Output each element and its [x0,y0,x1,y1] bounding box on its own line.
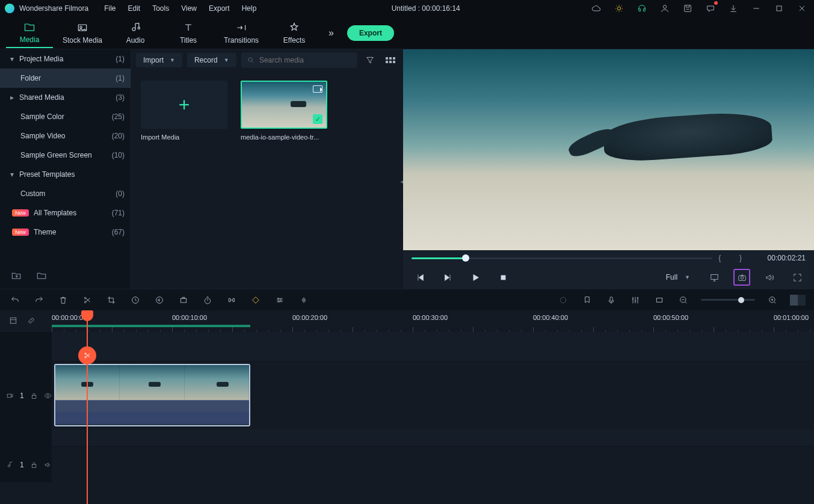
search-input[interactable] [259,56,351,64]
record-dropdown[interactable]: Record▼ [187,53,236,67]
svg-rect-20 [656,298,662,302]
timeline: 00:00:00:0000:00:10:0000:00:20:0000:00:3… [0,310,814,504]
sidebar-project-media[interactable]: ▾ Project Media (1) [0,49,131,69]
zoom-slider[interactable] [701,299,755,301]
menu-edit[interactable]: Edit [122,4,147,13]
sidebar-label: Custom [20,189,45,198]
sidebar-shared-media[interactable]: ▸ Shared Media (3) [0,88,131,107]
lock-icon[interactable] [30,392,38,400]
delete-button[interactable] [57,293,70,307]
sidebar-count: (67) [112,228,125,236]
tab-titles[interactable]: Titles [165,18,212,48]
tab-media[interactable]: Media [6,18,53,48]
tab-transitions[interactable]: Transitions [218,18,265,48]
search-media[interactable] [241,52,357,68]
timeline-ruler[interactable]: 00:00:00:0000:00:10:0000:00:20:0000:00:3… [52,310,814,332]
auto-ripple-button[interactable] [225,293,238,307]
new-folder-icon[interactable] [11,270,22,283]
folder-icon[interactable] [36,270,47,283]
minimize-icon[interactable] [749,1,763,16]
export-button[interactable]: Export [347,25,394,41]
tips-icon[interactable] [612,1,626,16]
display-icon[interactable] [706,269,723,286]
message-icon[interactable] [703,1,718,16]
menu-tools[interactable]: Tools [146,4,175,13]
timeline-clip[interactable]: ▶media-io-sample-video-travel [54,364,250,426]
menu-help[interactable]: Help [236,4,263,13]
sidebar-all-templates[interactable]: New All Templates (71) [0,203,131,223]
play-button[interactable] [467,269,484,286]
import-media-tile[interactable]: + Import Media [141,81,227,141]
account-icon[interactable] [658,1,672,16]
tab-effects[interactable]: Effects [271,18,318,48]
sidebar-sample-color[interactable]: Sample Color (25) [0,107,131,126]
marker-button[interactable] [581,293,594,307]
redo-button[interactable] [32,293,46,307]
menu-export[interactable]: Export [203,4,236,13]
aspect-button[interactable] [653,293,666,307]
manage-tracks-icon[interactable] [8,316,18,327]
snapshot-button[interactable] [733,269,750,286]
chevron-down-icon: ▾ [8,55,16,63]
download-icon[interactable] [726,1,741,16]
quality-dropdown[interactable]: Full▼ [661,271,695,284]
reverse-button[interactable] [153,293,166,307]
scrub-slider[interactable] [412,257,712,259]
fullscreen-icon[interactable] [789,269,806,286]
render-button[interactable] [557,293,570,307]
menu-view[interactable]: View [175,4,203,13]
cloud-icon[interactable] [589,1,603,16]
menu-file[interactable]: File [98,4,122,13]
more-tabs-icon[interactable]: » [328,28,334,38]
sidebar-sample-green[interactable]: Sample Green Screen (10) [0,146,131,165]
import-dropdown[interactable]: Import▼ [136,53,182,67]
track-thumb-toggle[interactable] [790,295,806,306]
link-icon[interactable] [26,316,36,327]
audio-stretch-button[interactable] [297,293,310,307]
undo-button[interactable] [8,293,22,307]
maximize-icon[interactable] [772,1,786,16]
close-icon[interactable] [795,1,809,16]
check-icon: ✓ [313,114,322,124]
volume-icon[interactable] [761,269,778,286]
sidebar-folder[interactable]: Folder (1) [0,69,131,88]
lock-icon[interactable] [30,461,38,469]
duration-button[interactable] [201,293,214,307]
adjust-button[interactable] [273,293,286,307]
visibility-icon[interactable] [44,392,52,400]
main-area: ▾ Project Media (1) Folder (1) ▸ Shared … [0,49,814,289]
grid-view-icon[interactable] [383,52,398,68]
audio-track-1: 1 [0,446,814,482]
stop-button[interactable] [495,269,511,286]
sidebar-sample-video[interactable]: Sample Video (20) [0,126,131,146]
media-clip-tile[interactable]: ✓ media-io-sample-video-tr... [241,81,327,141]
zoom-out-button[interactable] [677,293,690,307]
speed-button[interactable] [129,293,142,307]
freeze-frame-button[interactable] [177,293,190,307]
split-button[interactable] [81,293,94,307]
track-index: 1 [20,392,24,400]
prev-frame-button[interactable] [412,269,428,286]
next-frame-button[interactable] [439,269,456,286]
save-icon[interactable] [680,1,695,16]
playhead[interactable] [87,310,88,504]
tab-audio[interactable]: Audio [112,18,159,48]
crop-button[interactable] [105,293,118,307]
filter-icon[interactable] [362,52,378,68]
tab-stock-media[interactable]: Stock Media [59,18,106,48]
sidebar-preset-templates[interactable]: ▾ Preset Templates [0,165,131,184]
mixer-button[interactable] [629,293,642,307]
zoom-in-button[interactable] [766,293,779,307]
keyframe-button[interactable] [249,293,262,307]
preview-canvas[interactable] [403,49,814,250]
selection-range [52,325,250,327]
cut-at-playhead-icon[interactable] [78,346,96,364]
tab-audio-label: Audio [126,36,145,45]
sidebar-custom[interactable]: Custom (0) [0,184,131,203]
svg-rect-27 [32,395,36,398]
support-icon[interactable] [635,1,649,16]
sidebar-theme[interactable]: New Theme (67) [0,223,131,242]
mute-icon[interactable] [44,461,52,469]
mark-brackets[interactable]: { } [718,254,747,262]
record-vo-button[interactable] [605,293,618,307]
